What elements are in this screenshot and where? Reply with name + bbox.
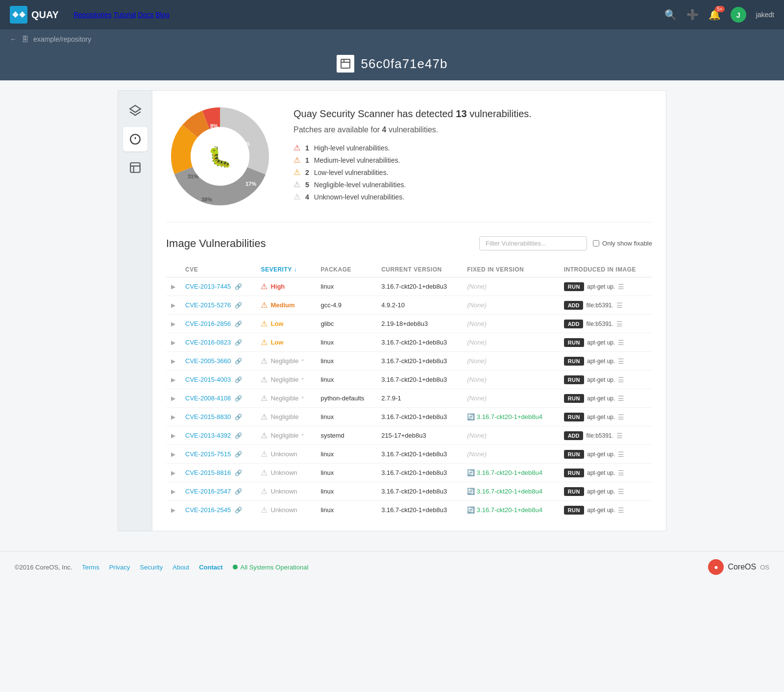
external-link-icon[interactable]: 🔗 [235, 376, 242, 383]
sev-icon: ⚠ [261, 412, 268, 421]
filter-input[interactable] [479, 236, 587, 250]
user-menu[interactable]: jakedt [756, 11, 774, 19]
list-icon[interactable]: ☰ [616, 432, 623, 440]
footer-privacy[interactable]: Privacy [109, 564, 130, 571]
cve-link[interactable]: CVE-2016-2856 [185, 320, 231, 327]
add-button[interactable]: ADD [564, 320, 584, 328]
footer-security[interactable]: Security [140, 564, 163, 571]
expand-btn[interactable]: ▶ [171, 339, 175, 346]
list-icon[interactable]: ☰ [618, 357, 624, 365]
expand-btn[interactable]: ▶ [171, 395, 175, 402]
expand-btn[interactable]: ▶ [171, 470, 175, 476]
run-button[interactable]: RUN [564, 357, 584, 366]
sidebar-package[interactable] [123, 155, 147, 180]
footer-about[interactable]: About [172, 564, 189, 571]
expand-btn[interactable]: ▶ [171, 302, 175, 309]
nav-repositories[interactable]: Repositories [74, 11, 112, 19]
external-link-icon[interactable]: 🔗 [235, 451, 242, 458]
footer-terms[interactable]: Terms [82, 564, 99, 571]
cve-link[interactable]: CVE-2016-0823 [185, 339, 231, 346]
external-link-icon[interactable]: 🔗 [235, 414, 242, 420]
run-button[interactable]: RUN [564, 450, 584, 459]
external-link-icon[interactable]: 🔗 [235, 470, 242, 476]
fixed-version-link[interactable]: 🔄 3.16.7-ckt20-1+deb8u4 [467, 506, 554, 514]
repo-path[interactable]: example/repository [33, 35, 91, 43]
list-icon[interactable]: ☰ [618, 339, 624, 346]
external-link-icon[interactable]: 🔗 [235, 339, 242, 346]
run-button[interactable]: RUN [564, 394, 584, 403]
run-button[interactable]: RUN [564, 282, 584, 291]
fixed-version-link[interactable]: 🔄 3.16.7-ckt20-1+deb8u4 [467, 488, 554, 495]
sidebar-layers[interactable] [123, 99, 147, 123]
sev-icon: ⚠ [261, 468, 268, 477]
external-link-icon[interactable]: 🔗 [235, 432, 242, 439]
cve-link[interactable]: CVE-2005-3660 [185, 357, 231, 365]
expand-btn[interactable]: ▶ [171, 321, 175, 327]
external-link-icon[interactable]: 🔗 [235, 321, 242, 327]
external-link-icon[interactable]: 🔗 [235, 302, 242, 309]
expand-btn[interactable]: ▶ [171, 488, 175, 495]
expand-btn[interactable]: ▶ [171, 507, 175, 514]
list-icon[interactable]: ☰ [618, 506, 624, 514]
run-button[interactable]: RUN [564, 338, 584, 347]
only-fixable-label[interactable]: Only show fixable [593, 240, 652, 247]
list-icon[interactable]: ☰ [618, 469, 624, 477]
run-button[interactable]: RUN [564, 413, 584, 421]
fixed-version-link[interactable]: 🔄 3.16.7-ckt20-1+deb8u4 [467, 469, 554, 476]
cve-link[interactable]: CVE-2008-4108 [185, 395, 231, 402]
cve-link[interactable]: CVE-2015-8830 [185, 413, 231, 420]
table-header: CVE SEVERITY ↓ PACKAGE CURRENT VERSION F… [166, 262, 652, 277]
list-icon[interactable]: ☰ [618, 450, 624, 458]
expand-btn[interactable]: ▶ [171, 283, 175, 290]
cve-link[interactable]: CVE-2013-4392 [185, 432, 231, 439]
search-icon[interactable]: 🔍 [664, 9, 677, 21]
expand-btn[interactable]: ▶ [171, 358, 175, 365]
cve-link[interactable]: CVE-2015-8816 [185, 469, 231, 476]
notification-bell[interactable]: 🔔 5+ [709, 9, 721, 21]
severity-badge: ⚠ Medium [261, 300, 311, 310]
back-arrow[interactable]: ← [10, 35, 17, 43]
user-avatar[interactable]: J [731, 7, 746, 23]
expand-btn[interactable]: ▶ [171, 432, 175, 439]
run-button[interactable]: RUN [564, 506, 584, 515]
external-link-icon[interactable]: 🔗 [235, 358, 242, 365]
table-row: ▶ CVE-2015-7515 🔗 ⚠ Unknown linux 3.16.7… [166, 445, 652, 464]
external-link-icon[interactable]: 🔗 [235, 488, 242, 495]
external-link-icon[interactable]: 🔗 [235, 507, 242, 514]
cve-link[interactable]: CVE-2016-2547 [185, 488, 231, 495]
list-icon[interactable]: ☰ [618, 395, 624, 402]
list-icon[interactable]: ☰ [618, 413, 624, 421]
cve-link[interactable]: CVE-2015-7515 [185, 450, 231, 458]
list-icon[interactable]: ☰ [616, 320, 623, 328]
expand-btn[interactable]: ▶ [171, 414, 175, 420]
nav-blog[interactable]: Blog [155, 11, 169, 19]
run-button[interactable]: RUN [564, 487, 584, 496]
cve-link[interactable]: CVE-2015-4003 [185, 376, 231, 383]
logo[interactable]: ❖❖ QUAY [10, 6, 59, 24]
external-link-icon[interactable]: 🔗 [235, 395, 242, 402]
add-icon[interactable]: ➕ [686, 9, 699, 21]
cve-link[interactable]: CVE-2015-5276 [185, 301, 231, 309]
nav-docs[interactable]: Docs [138, 11, 153, 19]
list-icon[interactable]: ☰ [618, 283, 624, 291]
external-link-icon[interactable]: 🔗 [235, 283, 242, 290]
current-version-cell: 2.19-18+deb8u3 [376, 315, 462, 333]
add-button[interactable]: ADD [564, 301, 584, 310]
fixed-version-link[interactable]: 🔄 3.16.7-ckt20-1+deb8u4 [467, 413, 554, 420]
cve-link[interactable]: CVE-2013-7445 [185, 283, 231, 290]
only-fixable-checkbox[interactable] [593, 240, 599, 247]
nav-tutorial[interactable]: Tutorial [113, 11, 136, 19]
list-icon[interactable]: ☰ [618, 488, 624, 495]
run-button[interactable]: RUN [564, 469, 584, 477]
sidebar-security[interactable] [123, 127, 147, 151]
add-button[interactable]: ADD [564, 431, 584, 440]
expand-btn[interactable]: ▶ [171, 376, 175, 383]
expand-btn[interactable]: ▶ [171, 451, 175, 458]
list-icon[interactable]: ☰ [618, 376, 624, 384]
col-severity[interactable]: SEVERITY ↓ [256, 262, 316, 277]
list-icon[interactable]: ☰ [616, 301, 623, 309]
cve-link[interactable]: CVE-2016-2545 [185, 506, 231, 514]
run-button[interactable]: RUN [564, 375, 584, 384]
footer-contact[interactable]: Contact [199, 564, 222, 571]
sev-icon: ⚠ [261, 300, 268, 310]
